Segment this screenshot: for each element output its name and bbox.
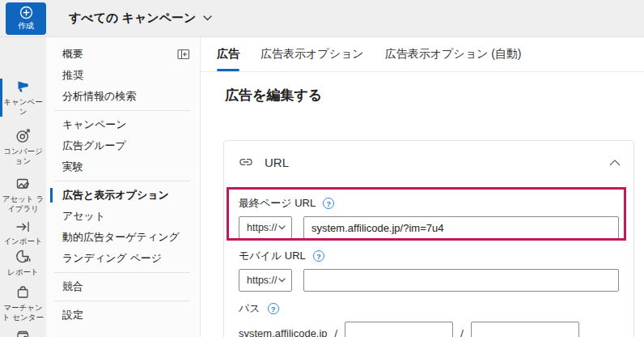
- rail-item-label: キャンペーン: [0, 97, 46, 117]
- url-card-fields: 最終ページ URL ? https:// モバイル URL ? htt: [224, 196, 633, 337]
- report-chart-icon: [15, 248, 32, 265]
- chevron-up-icon[interactable]: [609, 159, 621, 166]
- chevron-down-icon: [278, 278, 286, 283]
- rail-item-conversions[interactable]: コンバージョン: [0, 127, 46, 166]
- mobile-url-label: モバイル URL: [239, 249, 306, 263]
- nav-item-assets[interactable]: アセット: [46, 206, 200, 227]
- create-button[interactable]: 作成: [6, 2, 46, 35]
- nav-item-landing-pages[interactable]: ランディング ページ: [46, 248, 200, 269]
- rail-item-reports[interactable]: レポート: [0, 248, 46, 277]
- campaign-selector-label: すべての キャンペーン: [69, 11, 196, 26]
- help-icon[interactable]: ?: [313, 250, 324, 262]
- nav-item-label: ランディング ページ: [62, 251, 162, 266]
- path1-input[interactable]: [345, 322, 453, 337]
- final-url-label: 最終ページ URL: [239, 196, 316, 211]
- rail-item-label: レポート: [6, 267, 40, 277]
- nav-divider: [54, 301, 190, 301]
- tab-ads[interactable]: 広告: [217, 36, 239, 71]
- path-row: system.affilicode.jp / /: [239, 322, 619, 337]
- import-arrow-icon: [15, 220, 32, 234]
- megaphone-icon: [15, 79, 32, 95]
- main-content: 広告 広告表示オプション 広告表示オプション (自動) 広告を編集する URL …: [201, 36, 644, 337]
- rail-item-campaigns[interactable]: キャンペーン: [0, 79, 46, 117]
- nav-divider: [54, 110, 190, 111]
- asset-library-icon: [15, 176, 32, 192]
- nav-item-label: 設定: [62, 308, 83, 322]
- final-url-row: https://: [239, 216, 619, 239]
- url-card-header[interactable]: URL: [224, 141, 633, 180]
- nav-item-recommendations[interactable]: 推奨: [46, 65, 200, 86]
- nav-item-ad-groups[interactable]: 広告グループ: [46, 135, 200, 156]
- mobile-url-label-row: モバイル URL ?: [239, 249, 619, 263]
- tab-ad-extensions-auto[interactable]: 広告表示オプション (自動): [385, 36, 522, 71]
- tab-bar: 広告 広告表示オプション 広告表示オプション (自動): [201, 36, 644, 72]
- nav-item-dynamic-ad-targets[interactable]: 動的広告ターゲティング: [46, 227, 200, 248]
- nav-item-label: 競合: [62, 279, 83, 294]
- nav-item-label: キャンペーン: [62, 117, 127, 132]
- final-url-protocol-select[interactable]: https://: [239, 216, 292, 239]
- nav-divider: [54, 272, 190, 273]
- nav-item-label: 動的広告ターゲティング: [62, 230, 180, 245]
- final-url-input[interactable]: [303, 216, 619, 239]
- nav-item-ads-and-extensions[interactable]: 広告と表示オプション: [46, 185, 200, 206]
- target-icon: [15, 127, 32, 144]
- nav-item-overview[interactable]: 概要: [46, 44, 200, 65]
- chevron-down-icon: [278, 225, 286, 230]
- help-icon[interactable]: ?: [323, 198, 334, 209]
- nav-item-campaigns[interactable]: キャンペーン: [46, 114, 200, 135]
- rail-item-label: コンバージョン: [0, 147, 46, 166]
- nav-item-settings[interactable]: 設定: [46, 305, 200, 326]
- nav-item-label: 広告グループ: [62, 139, 126, 153]
- rail-item-label: マーチャント センター: [0, 303, 46, 322]
- help-icon[interactable]: ?: [268, 303, 279, 314]
- nav-item-label: 分析情報の検索: [62, 89, 136, 104]
- url-card-title: URL: [265, 156, 289, 169]
- nav-item-label: 推奨: [62, 68, 83, 83]
- mobile-url-input[interactable]: [303, 269, 619, 292]
- collapse-panel-icon[interactable]: [177, 49, 190, 60]
- rail-item-billing[interactable]: 請求: [0, 328, 46, 337]
- path2-input[interactable]: [471, 322, 579, 337]
- tab-label: 広告: [217, 47, 239, 62]
- protocol-value: https://: [247, 222, 278, 233]
- left-rail: キャンペーン コンバージョン アセット ライブラリ インポート レポート: [0, 36, 46, 337]
- mobile-url-row: https://: [239, 269, 619, 292]
- tab-label: 広告表示オプション: [261, 47, 364, 62]
- circle-plus-icon: [19, 6, 33, 19]
- mobile-url-protocol-select[interactable]: https://: [239, 269, 292, 292]
- url-card: URL 最終ページ URL ? https://: [223, 140, 634, 337]
- nav-item-insights-search[interactable]: 分析情報の検索: [46, 86, 200, 107]
- tab-label: 広告表示オプション (自動): [385, 47, 522, 62]
- link-icon: [238, 154, 254, 170]
- wallet-icon: [15, 328, 32, 337]
- nav-item-label: 実験: [62, 160, 83, 174]
- nav-divider: [54, 181, 190, 181]
- final-url-label-row: 最終ページ URL ?: [239, 196, 619, 211]
- rail-item-label: インポート: [2, 237, 43, 246]
- path-label: パス: [239, 301, 261, 316]
- create-button-label: 作成: [18, 20, 34, 32]
- nav-item-label: アセット: [62, 209, 105, 224]
- nav-item-experiments[interactable]: 実験: [46, 156, 200, 177]
- rail-item-label: アセット ライブラリ: [0, 194, 46, 214]
- rail-item-asset-library[interactable]: アセット ライブラリ: [0, 176, 46, 214]
- page-title: 広告を編集する: [225, 86, 644, 105]
- chevron-down-icon: [203, 15, 212, 21]
- rail-item-merchant-center[interactable]: マーチャント センター: [0, 284, 46, 322]
- nav-item-competition[interactable]: 競合: [46, 276, 200, 297]
- secondary-nav: 概要 推奨 分析情報の検索 キャンペーン 広告グループ 実験 広告と表示オプショ…: [46, 36, 201, 337]
- path-label-row: パス ?: [239, 301, 619, 316]
- path-separator: /: [460, 327, 464, 337]
- tab-ad-extensions[interactable]: 広告表示オプション: [261, 36, 364, 71]
- rail-item-import[interactable]: インポート: [0, 220, 46, 246]
- shopping-bag-icon: [15, 284, 32, 301]
- top-bar: 作成 すべての キャンペーン: [0, 0, 644, 37]
- nav-item-label: 概要: [62, 47, 83, 62]
- protocol-value: https://: [247, 275, 278, 286]
- path-base-domain: system.affilicode.jp: [239, 327, 328, 337]
- nav-item-label: 広告と表示オプション: [62, 188, 169, 203]
- path-separator: /: [335, 327, 338, 337]
- campaign-selector[interactable]: すべての キャンペーン: [69, 0, 212, 36]
